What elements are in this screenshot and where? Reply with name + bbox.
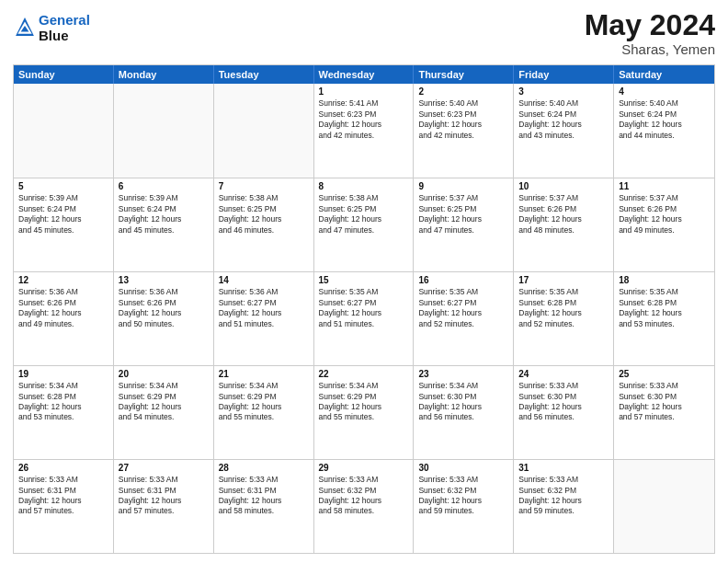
day-number: 11 — [619, 181, 710, 191]
day-number: 20 — [119, 369, 209, 379]
day-info: Sunrise: 5:35 AM Sunset: 6:28 PM Dayligh… — [518, 287, 609, 329]
day-cell-28: 28Sunrise: 5:33 AM Sunset: 6:31 PM Dayli… — [214, 460, 314, 553]
day-number: 9 — [418, 181, 508, 191]
day-info: Sunrise: 5:33 AM Sunset: 6:32 PM Dayligh… — [518, 475, 609, 517]
day-info: Sunrise: 5:37 AM Sunset: 6:26 PM Dayligh… — [619, 193, 710, 236]
day-info: Sunrise: 5:34 AM Sunset: 6:30 PM Dayligh… — [418, 381, 508, 423]
day-number: 24 — [518, 369, 609, 379]
day-info: Sunrise: 5:35 AM Sunset: 6:28 PM Dayligh… — [619, 287, 710, 329]
calendar-row-5: 26Sunrise: 5:33 AM Sunset: 6:31 PM Dayli… — [14, 459, 714, 553]
day-cell-1: 1Sunrise: 5:41 AM Sunset: 6:23 PM Daylig… — [314, 84, 415, 178]
day-number: 23 — [418, 369, 508, 379]
month-title: May 2024 — [585, 9, 715, 41]
logo-blue: Blue — [39, 29, 90, 44]
day-cell-20: 20Sunrise: 5:34 AM Sunset: 6:29 PM Dayli… — [114, 366, 214, 459]
day-info: Sunrise: 5:33 AM Sunset: 6:31 PM Dayligh… — [219, 475, 309, 517]
day-info: Sunrise: 5:38 AM Sunset: 6:25 PM Dayligh… — [219, 193, 309, 236]
calendar-row-2: 5Sunrise: 5:39 AM Sunset: 6:24 PM Daylig… — [14, 178, 714, 271]
weekday-header-sunday: Sunday — [14, 65, 114, 84]
weekday-header-tuesday: Tuesday — [214, 65, 314, 84]
day-number: 30 — [418, 463, 508, 473]
day-number: 1 — [319, 86, 409, 97]
day-cell-18: 18Sunrise: 5:35 AM Sunset: 6:28 PM Dayli… — [614, 272, 714, 365]
day-info: Sunrise: 5:37 AM Sunset: 6:26 PM Dayligh… — [518, 193, 609, 236]
day-number: 26 — [18, 463, 108, 473]
day-number: 22 — [319, 369, 409, 379]
day-info: Sunrise: 5:39 AM Sunset: 6:24 PM Dayligh… — [119, 193, 209, 236]
day-info: Sunrise: 5:34 AM Sunset: 6:29 PM Dayligh… — [119, 381, 209, 423]
day-info: Sunrise: 5:33 AM Sunset: 6:30 PM Dayligh… — [619, 381, 710, 423]
day-info: Sunrise: 5:35 AM Sunset: 6:27 PM Dayligh… — [319, 287, 409, 329]
calendar-row-3: 12Sunrise: 5:36 AM Sunset: 6:26 PM Dayli… — [14, 271, 714, 365]
empty-cell — [14, 84, 114, 178]
day-cell-8: 8Sunrise: 5:38 AM Sunset: 6:25 PM Daylig… — [314, 178, 415, 271]
day-info: Sunrise: 5:33 AM Sunset: 6:30 PM Dayligh… — [518, 381, 609, 423]
day-cell-22: 22Sunrise: 5:34 AM Sunset: 6:29 PM Dayli… — [314, 366, 415, 459]
header: General Blue May 2024 Sharas, Yemen — [13, 9, 715, 57]
weekday-header-saturday: Saturday — [614, 65, 714, 84]
day-info: Sunrise: 5:33 AM Sunset: 6:32 PM Dayligh… — [319, 475, 409, 517]
day-cell-26: 26Sunrise: 5:33 AM Sunset: 6:31 PM Dayli… — [14, 460, 114, 553]
location-title: Sharas, Yemen — [585, 41, 715, 57]
day-info: Sunrise: 5:34 AM Sunset: 6:29 PM Dayligh… — [319, 381, 409, 423]
day-number: 31 — [518, 463, 609, 473]
calendar-row-4: 19Sunrise: 5:34 AM Sunset: 6:28 PM Dayli… — [14, 365, 714, 459]
day-info: Sunrise: 5:38 AM Sunset: 6:25 PM Dayligh… — [319, 193, 409, 236]
logo-general: General — [39, 13, 90, 29]
logo-icon — [15, 17, 35, 37]
day-cell-17: 17Sunrise: 5:35 AM Sunset: 6:28 PM Dayli… — [514, 272, 614, 365]
calendar-header-row: SundayMondayTuesdayWednesdayThursdayFrid… — [14, 65, 714, 84]
day-number: 28 — [219, 463, 309, 473]
day-cell-27: 27Sunrise: 5:33 AM Sunset: 6:31 PM Dayli… — [114, 460, 214, 553]
day-cell-24: 24Sunrise: 5:33 AM Sunset: 6:30 PM Dayli… — [514, 366, 614, 459]
day-number: 16 — [418, 275, 508, 285]
weekday-header-monday: Monday — [114, 65, 214, 84]
day-info: Sunrise: 5:40 AM Sunset: 6:24 PM Dayligh… — [619, 98, 710, 141]
day-cell-29: 29Sunrise: 5:33 AM Sunset: 6:32 PM Dayli… — [314, 460, 415, 553]
day-cell-30: 30Sunrise: 5:33 AM Sunset: 6:32 PM Dayli… — [414, 460, 514, 553]
calendar-body: 1Sunrise: 5:41 AM Sunset: 6:23 PM Daylig… — [14, 84, 714, 553]
weekday-header-thursday: Thursday — [414, 65, 514, 84]
day-info: Sunrise: 5:36 AM Sunset: 6:27 PM Dayligh… — [219, 287, 309, 329]
day-number: 2 — [418, 86, 508, 97]
day-number: 27 — [119, 463, 209, 473]
day-cell-3: 3Sunrise: 5:40 AM Sunset: 6:24 PM Daylig… — [514, 84, 614, 178]
day-cell-4: 4Sunrise: 5:40 AM Sunset: 6:24 PM Daylig… — [614, 84, 714, 178]
day-number: 4 — [619, 86, 710, 97]
calendar-row-1: 1Sunrise: 5:41 AM Sunset: 6:23 PM Daylig… — [14, 84, 714, 178]
day-cell-2: 2Sunrise: 5:40 AM Sunset: 6:23 PM Daylig… — [414, 84, 514, 178]
weekday-header-wednesday: Wednesday — [314, 65, 415, 84]
day-info: Sunrise: 5:33 AM Sunset: 6:31 PM Dayligh… — [119, 475, 209, 517]
day-number: 5 — [18, 181, 108, 191]
day-cell-12: 12Sunrise: 5:36 AM Sunset: 6:26 PM Dayli… — [14, 272, 114, 365]
day-number: 29 — [319, 463, 409, 473]
day-info: Sunrise: 5:34 AM Sunset: 6:28 PM Dayligh… — [18, 381, 108, 423]
day-cell-25: 25Sunrise: 5:33 AM Sunset: 6:30 PM Dayli… — [614, 366, 714, 459]
day-cell-14: 14Sunrise: 5:36 AM Sunset: 6:27 PM Dayli… — [214, 272, 314, 365]
day-info: Sunrise: 5:33 AM Sunset: 6:32 PM Dayligh… — [418, 475, 508, 517]
page: General Blue May 2024 Sharas, Yemen Sund… — [0, 0, 728, 563]
logo: General Blue — [13, 13, 90, 43]
day-cell-13: 13Sunrise: 5:36 AM Sunset: 6:26 PM Dayli… — [114, 272, 214, 365]
day-cell-10: 10Sunrise: 5:37 AM Sunset: 6:26 PM Dayli… — [514, 178, 614, 271]
title-block: May 2024 Sharas, Yemen — [585, 9, 715, 57]
day-info: Sunrise: 5:40 AM Sunset: 6:24 PM Dayligh… — [518, 98, 609, 141]
day-number: 18 — [619, 275, 710, 285]
day-number: 21 — [219, 369, 309, 379]
day-number: 6 — [119, 181, 209, 191]
day-info: Sunrise: 5:37 AM Sunset: 6:25 PM Dayligh… — [418, 193, 508, 236]
day-cell-31: 31Sunrise: 5:33 AM Sunset: 6:32 PM Dayli… — [514, 460, 614, 553]
weekday-header-friday: Friday — [514, 65, 614, 84]
day-number: 25 — [619, 369, 710, 379]
day-number: 12 — [18, 275, 108, 285]
empty-cell — [114, 84, 214, 178]
empty-cell — [214, 84, 314, 178]
day-info: Sunrise: 5:39 AM Sunset: 6:24 PM Dayligh… — [18, 193, 108, 236]
day-cell-5: 5Sunrise: 5:39 AM Sunset: 6:24 PM Daylig… — [14, 178, 114, 271]
day-info: Sunrise: 5:36 AM Sunset: 6:26 PM Dayligh… — [119, 287, 209, 329]
day-cell-21: 21Sunrise: 5:34 AM Sunset: 6:29 PM Dayli… — [214, 366, 314, 459]
day-number: 8 — [319, 181, 409, 191]
day-number: 10 — [518, 181, 609, 191]
day-number: 15 — [319, 275, 409, 285]
day-info: Sunrise: 5:41 AM Sunset: 6:23 PM Dayligh… — [319, 98, 409, 141]
